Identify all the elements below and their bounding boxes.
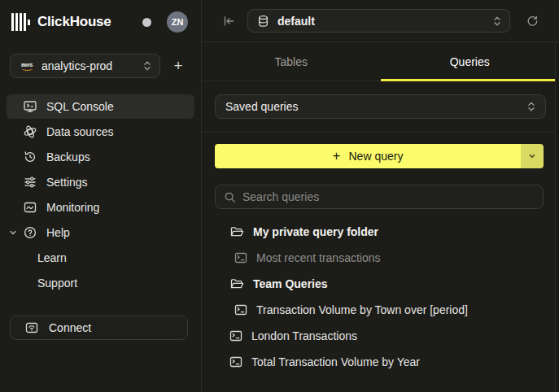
app-window: ClickHouse ZN aws analytics-prod + SQL C… [0, 0, 559, 392]
sidebar-item-sql-console[interactable]: SQL Console [7, 94, 194, 119]
query-folder-label: Team Queries [253, 277, 328, 290]
sidebar-item-label: Help [46, 226, 70, 239]
tab-queries[interactable]: Queries [381, 42, 559, 81]
chevron-updown-icon [143, 59, 151, 72]
query-folder-row[interactable]: My private query folder [202, 219, 559, 245]
scrollbar[interactable] [555, 43, 559, 392]
collapse-sidebar-icon[interactable] [221, 14, 236, 28]
connect-label: Connect [49, 321, 91, 334]
topbar: default [202, 0, 559, 42]
sidebar-item-support[interactable]: Support [7, 271, 194, 295]
search-box [215, 185, 544, 209]
app-title: ClickHouse [37, 14, 111, 30]
tab-tables[interactable]: Tables [202, 42, 381, 81]
service-select[interactable]: aws analytics-prod [10, 54, 160, 78]
chevron-down-icon [8, 228, 18, 237]
settings-icon [23, 175, 37, 189]
sidebar-item-label: Monitoring [46, 201, 99, 214]
main-panel: default Tables Queries Saved queries + N… [202, 0, 559, 392]
query-folder-label: My private query folder [253, 225, 378, 238]
sidebar-item-data-sources[interactable]: Data sources [7, 120, 194, 144]
monitoring-icon [23, 200, 37, 215]
sidebar: ClickHouse ZN aws analytics-prod + SQL C… [0, 0, 202, 392]
console-icon [23, 99, 37, 114]
new-query-split-button: + New query [215, 144, 544, 168]
sidebar-item-settings[interactable]: Settings [7, 170, 194, 194]
chevron-updown-icon [527, 100, 535, 113]
clickhouse-logo-icon [11, 12, 30, 32]
aws-icon: aws [20, 62, 34, 71]
new-query-menu-button[interactable] [521, 144, 544, 168]
query-terminal-icon [229, 355, 242, 368]
saved-queries-select-value: Saved queries [225, 100, 527, 113]
refresh-icon[interactable] [525, 14, 539, 28]
query-row[interactable]: London Transactions [202, 323, 559, 349]
sidebar-item-label: Settings [46, 176, 88, 189]
query-row[interactable]: Most recent transactions [202, 245, 559, 271]
query-folder-row[interactable]: Team Queries [202, 271, 559, 297]
chevron-down-icon [528, 152, 536, 160]
new-query-button[interactable]: + New query [215, 144, 521, 168]
query-label: London Transactions [251, 329, 357, 342]
search-row [202, 168, 559, 209]
avatar[interactable]: ZN [167, 11, 188, 33]
sidebar-item-learn[interactable]: Learn [7, 246, 194, 270]
sidebar-item-help[interactable]: Help [7, 220, 194, 245]
help-icon [23, 225, 37, 240]
tab-bar: Tables Queries [202, 42, 559, 81]
database-select-value: default [277, 15, 485, 28]
saved-queries-select[interactable]: Saved queries [215, 94, 546, 119]
query-list: My private query folder Most recent tran… [202, 219, 559, 375]
sidebar-subitem-label: Learn [37, 251, 67, 264]
connect-row: Connect [10, 316, 188, 340]
status-dot-icon [142, 18, 151, 27]
sidebar-item-label: Backups [46, 150, 90, 163]
plus-icon: + [333, 150, 341, 163]
sidebar-subitem-label: Support [37, 277, 77, 290]
query-row[interactable]: Transaction Volume by Town over [period] [202, 297, 559, 323]
service-row: aws analytics-prod + [0, 44, 201, 88]
query-label: Most recent transactions [256, 251, 381, 264]
folder-open-icon [229, 277, 244, 291]
query-terminal-icon [234, 303, 247, 316]
service-select-value: analytics-prod [41, 59, 136, 72]
backups-icon [23, 150, 37, 164]
connect-icon [25, 321, 38, 334]
folder-open-icon [229, 224, 244, 239]
search-input[interactable] [242, 190, 535, 203]
sidebar-item-label: Data sources [46, 125, 113, 138]
sidebar-item-backups[interactable]: Backups [7, 145, 194, 169]
database-select[interactable]: default [247, 9, 510, 33]
actions-row: + New query [202, 133, 559, 168]
query-terminal-icon [229, 329, 242, 342]
connect-button[interactable]: Connect [10, 316, 188, 340]
query-label: Transaction Volume by Town over [period] [256, 303, 468, 316]
database-icon [257, 15, 269, 28]
add-service-button[interactable]: + [168, 56, 188, 76]
search-icon [224, 191, 236, 203]
query-label: Total Transaction Volume by Year [251, 355, 420, 368]
sidebar-nav: SQL Console Data sources Backups Setting… [0, 88, 201, 295]
sidebar-header: ClickHouse ZN [0, 0, 201, 44]
sidebar-item-label: SQL Console [46, 100, 114, 113]
new-query-label: New query [349, 150, 404, 163]
query-row[interactable]: Total Transaction Volume by Year [202, 349, 559, 375]
data-sources-icon [23, 124, 37, 139]
chevron-updown-icon [493, 15, 501, 28]
sidebar-item-monitoring[interactable]: Monitoring [7, 195, 194, 220]
query-terminal-icon [234, 251, 247, 264]
saved-queries-row: Saved queries [202, 81, 559, 133]
